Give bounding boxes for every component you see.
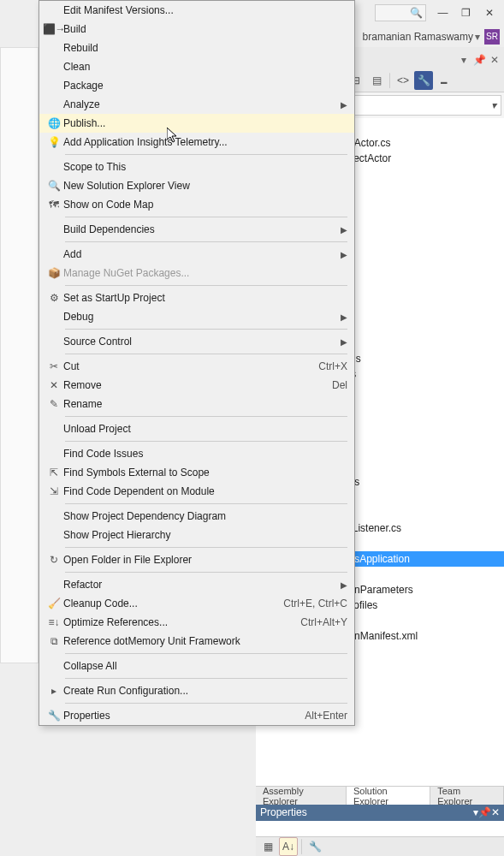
menu-separator	[65, 653, 347, 654]
search-dropdown-icon[interactable]: ▾	[491, 99, 496, 111]
menu-shortcut: Alt+Enter	[305, 710, 347, 722]
menu-item-cleanup-code[interactable]: 🧹Cleanup Code...Ctrl+E, Ctrl+C	[39, 594, 354, 613]
tab-solution-explorer[interactable]: Solution Explorer	[347, 787, 430, 805]
ext-icon: ⇱	[44, 467, 63, 479]
quick-launch-search[interactable]: 🔍	[375, 4, 426, 21]
menu-label: Add	[63, 248, 341, 260]
menu-item-add-application-insights-telemetry[interactable]: 💡Add Application Insights Telemetry...	[39, 133, 354, 152]
menu-item-open-folder-in-file-explorer[interactable]: ↻Open Folder in File Explorer	[39, 550, 354, 569]
menu-item-collapse-all[interactable]: Collapse All	[39, 657, 354, 675]
mem-icon: ⧉	[44, 635, 63, 647]
menu-label: Set as StartUp Project	[63, 292, 347, 304]
map-icon: 🗺	[44, 199, 63, 211]
menu-item-find-code-dependent-on-module[interactable]: ⇲Find Code Dependent on Module	[39, 482, 354, 501]
props-close-icon[interactable]: ✕	[491, 806, 500, 818]
menu-label: Debug	[63, 311, 341, 323]
tab-team-explorer[interactable]: Team Explorer	[430, 787, 504, 805]
menu-label: Remove	[63, 379, 323, 391]
properties-object-selector[interactable]	[256, 821, 504, 837]
menu-item-rebuild[interactable]: Rebuild	[39, 39, 354, 57]
user-dropdown-arrow[interactable]: ▾	[475, 31, 480, 43]
menu-item-rename[interactable]: ✎Rename	[39, 395, 354, 413]
menu-item-clean[interactable]: Clean	[39, 57, 354, 76]
menu-separator	[65, 329, 347, 330]
menu-item-reference-dotmemory-unit-framework[interactable]: ⧉Reference dotMemory Unit Framework	[39, 632, 354, 651]
menu-item-show-on-code-map[interactable]: 🗺Show on Code Map	[39, 195, 354, 214]
submenu-arrow-icon: ▶	[341, 337, 347, 347]
properties-header: Properties ▾ 📌 ✕	[256, 805, 504, 821]
menu-item-find-code-issues[interactable]: Find Code Issues	[39, 444, 354, 463]
show-all-button[interactable]: ▤	[367, 71, 386, 90]
properties-button[interactable]: 🔧	[414, 71, 433, 90]
menu-separator	[65, 154, 347, 155]
nuget-icon: 📦	[44, 267, 63, 279]
minimize-button[interactable]: —	[432, 4, 454, 21]
menu-item-analyze[interactable]: Analyze▶	[39, 95, 354, 114]
menu-separator	[65, 503, 347, 504]
menu-label: Analyze	[63, 98, 341, 110]
menu-label: Collapse All	[63, 660, 347, 672]
separator-icon	[389, 73, 390, 88]
document-well	[0, 47, 39, 663]
menu-label: Manage NuGet Packages...	[63, 267, 347, 279]
menu-label: Optimize References...	[63, 616, 292, 628]
menu-separator	[65, 217, 347, 217]
scope-icon: 🔍	[44, 180, 63, 192]
properties-toolbar: ▦ A↓ 🔧	[256, 837, 504, 856]
properties-panel: Properties ▾ 📌 ✕ ▦ A↓ 🔧	[256, 805, 504, 856]
props-pin-icon[interactable]: 📌	[478, 806, 491, 818]
user-badge: SR	[484, 29, 500, 45]
menu-item-build[interactable]: ⬛→Build	[39, 20, 354, 39]
close-button[interactable]: ✕	[478, 4, 500, 21]
menu-label: Reference dotMemory Unit Framework	[63, 635, 347, 647]
menu-item-publish[interactable]: 🌐Publish...	[39, 114, 354, 133]
menu-item-remove[interactable]: ✕RemoveDel	[39, 376, 354, 395]
menu-item-unload-project[interactable]: Unload Project	[39, 419, 354, 438]
menu-shortcut: Ctrl+X	[318, 360, 347, 372]
open-icon: ↻	[44, 554, 63, 566]
menu-label: Find Code Issues	[63, 448, 347, 460]
menu-item-source-control[interactable]: Source Control▶	[39, 332, 354, 351]
menu-label: Find Symbols External to Scope	[63, 467, 347, 479]
menu-item-debug[interactable]: Debug▶	[39, 307, 354, 326]
menu-item-manage-nuget-packages: 📦Manage NuGet Packages...	[39, 264, 354, 282]
rename-icon: ✎	[44, 398, 63, 410]
dock-close-icon[interactable]: ✕	[488, 53, 501, 67]
menu-item-find-symbols-external-to-scope[interactable]: ⇱Find Symbols External to Scope	[39, 463, 354, 482]
tab-assembly-explorer[interactable]: Assembly Explorer	[256, 787, 347, 805]
menu-item-properties[interactable]: 🔧PropertiesAlt+Enter	[39, 706, 354, 725]
separator-icon	[301, 839, 302, 854]
menu-separator	[65, 416, 347, 417]
menu-item-add[interactable]: Add▶	[39, 245, 354, 264]
menu-item-build-dependencies[interactable]: Build Dependencies▶	[39, 220, 354, 239]
dock-dropdown-icon[interactable]: ▾	[457, 53, 471, 67]
menu-item-set-as-startup-project[interactable]: ⚙Set as StartUp Project	[39, 288, 354, 307]
submenu-arrow-icon: ▶	[341, 250, 347, 259]
menu-item-edit-manifest-versions[interactable]: Edit Manifest Versions...	[39, 1, 354, 20]
preview-button[interactable]: 🗕	[435, 71, 454, 90]
menu-separator	[65, 572, 347, 573]
menu-label: Publish...	[63, 117, 347, 129]
dock-pin-icon[interactable]: 📌	[472, 53, 486, 67]
view-code-button[interactable]: <>	[394, 71, 412, 90]
menu-label: Clean	[63, 61, 347, 73]
restore-button[interactable]: ❐	[455, 4, 477, 21]
categorized-button[interactable]: ▦	[258, 837, 277, 856]
menu-item-new-solution-explorer-view[interactable]: 🔍New Solution Explorer View	[39, 176, 354, 195]
menu-item-cut[interactable]: ✂CutCtrl+X	[39, 357, 354, 376]
menu-label: Build	[63, 23, 347, 35]
menu-item-refactor[interactable]: Refactor▶	[39, 575, 354, 594]
menu-item-package[interactable]: Package	[39, 76, 354, 95]
alphabetical-button[interactable]: A↓	[279, 837, 298, 856]
menu-label: Cleanup Code...	[63, 597, 275, 609]
props-wrench-button[interactable]: 🔧	[305, 837, 324, 856]
menu-item-show-project-dependency-diagram[interactable]: Show Project Dependency Diagram	[39, 507, 354, 526]
menu-item-optimize-references[interactable]: ≡↓Optimize References...Ctrl+Alt+Y	[39, 613, 354, 632]
user-name: bramanian Ramaswamy	[363, 31, 473, 43]
globe-icon: 🌐	[44, 117, 63, 129]
menu-separator	[65, 441, 347, 442]
dep-icon: ⇲	[44, 485, 63, 497]
menu-item-scope-to-this[interactable]: Scope to This	[39, 158, 354, 176]
menu-item-create-run-configuration[interactable]: ▸Create Run Configuration...	[39, 681, 354, 700]
menu-item-show-project-hierarchy[interactable]: Show Project Hierarchy	[39, 526, 354, 544]
